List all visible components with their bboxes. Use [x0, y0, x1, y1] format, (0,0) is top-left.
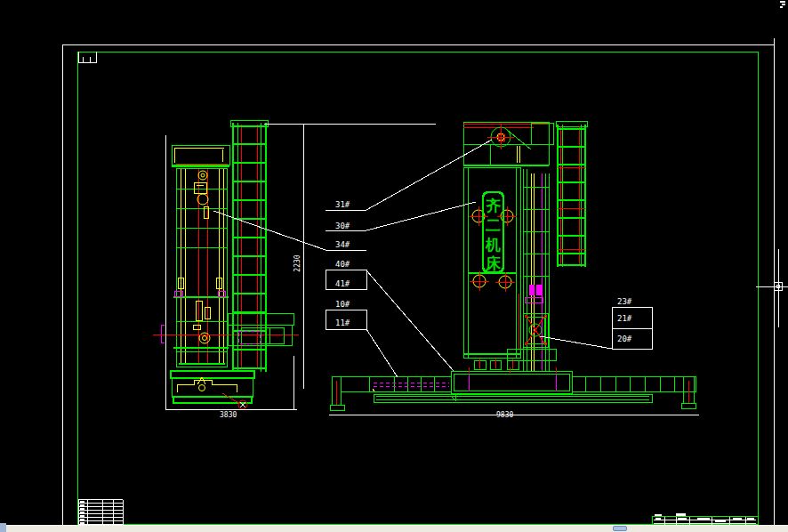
callout-21: 21# — [617, 314, 632, 323]
dim-column-height: 2230 — [293, 254, 302, 271]
callout-40: 40# — [335, 260, 350, 269]
nameplate-char-4: 床 — [485, 254, 502, 272]
title-block — [652, 513, 758, 525]
clipped-glyph — [780, 1, 785, 8]
callout-30: 30# — [335, 222, 350, 230]
nameplate: 齐 二 机 床 — [483, 192, 503, 272]
machine-side-view — [153, 120, 299, 409]
cad-canvas[interactable]: 齐 二 机 床 3830 2230 9830 31# 30# 34# 40# 4… — [0, 0, 788, 532]
dim-left-view-width: 3830 — [220, 411, 237, 419]
callout-23: 23# — [617, 297, 632, 306]
dimensions: 3830 2230 9830 — [165, 124, 699, 419]
dim-bed-length: 9830 — [496, 411, 513, 419]
spindle-head — [523, 313, 548, 347]
taskbar[interactable] — [0, 525, 788, 532]
callout-41: 41# — [335, 279, 350, 288]
callout-34: 34# — [335, 240, 350, 249]
revision-table — [78, 500, 123, 525]
callout-31: 31# — [335, 200, 350, 209]
callouts-right: 23# 21# 20# — [540, 297, 652, 349]
sheet-border — [62, 1, 785, 525]
callout-11: 11# — [335, 318, 350, 327]
bed — [330, 367, 696, 410]
nameplate-char-2: 二 — [486, 216, 501, 234]
taskbar-window-button[interactable] — [613, 526, 627, 531]
crosshair-cursor — [756, 249, 788, 327]
callout-20: 20# — [617, 335, 632, 343]
cad-viewport[interactable]: 齐 二 机 床 3830 2230 9830 31# 30# 34# 40# 4… — [0, 0, 788, 532]
callout-10: 10# — [335, 300, 350, 309]
nameplate-char-1: 齐 — [486, 197, 502, 214]
nameplate-char-3: 机 — [485, 236, 501, 254]
machine-front-view — [330, 121, 696, 410]
start-corner-icon[interactable] — [0, 523, 6, 532]
callouts-left: 31# 30# 34# 40# 41# 10# 11# — [213, 140, 492, 377]
